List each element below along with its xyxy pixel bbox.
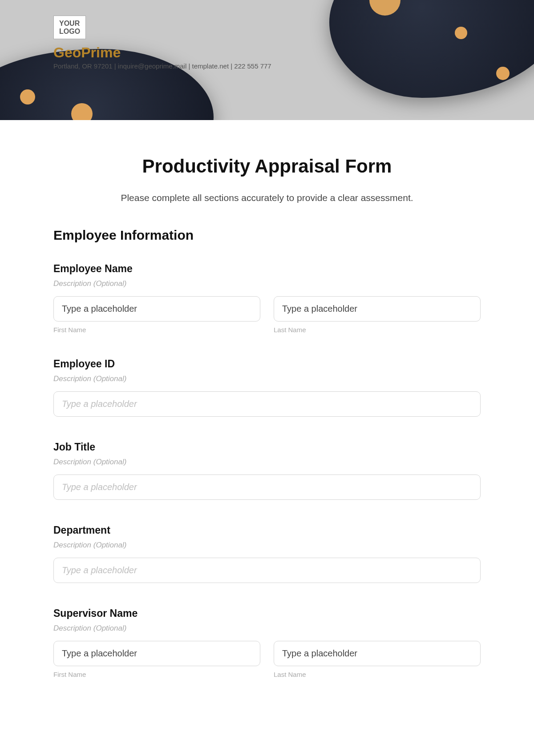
description-hint: Description (Optional) [53,374,481,383]
contact-line: Portland, OR 97201 | inquire@geoprime.ma… [53,62,271,70]
sublabel-last-name: Last Name [274,326,481,334]
sublabel-first-name: First Name [53,671,260,678]
description-hint: Description (Optional) [53,541,481,550]
supervisor-first-name-input[interactable] [53,641,260,666]
page-title: Productivity Appraisal Form [53,156,481,177]
sublabel-last-name: Last Name [274,671,481,678]
decorative-dot [20,89,35,105]
label-job-title: Job Title [53,441,481,453]
brand-name: GeoPrime [53,44,121,61]
description-hint: Description (Optional) [53,279,481,288]
decorative-blob [329,0,534,98]
label-supervisor-name: Supervisor Name [53,607,481,619]
field-department: Department Description (Optional) [53,524,481,583]
label-employee-id: Employee ID [53,358,481,370]
field-employee-id: Employee ID Description (Optional) [53,358,481,417]
supervisor-last-name-input[interactable] [274,641,481,666]
field-supervisor-name: Supervisor Name Description (Optional) F… [53,607,481,678]
page-subtitle: Please complete all sections accurately … [53,193,481,203]
field-employee-name: Employee Name Description (Optional) Fir… [53,263,481,334]
decorative-dot [455,27,467,39]
employee-id-input[interactable] [53,391,481,417]
label-employee-name: Employee Name [53,263,481,275]
header-banner: YOUR LOGO GeoPrime Portland, OR 97201 | … [0,0,534,120]
decorative-dot [496,67,510,80]
first-name-input[interactable] [53,296,260,322]
field-job-title: Job Title Description (Optional) [53,441,481,500]
form-body: Productivity Appraisal Form Please compl… [0,120,534,714]
last-name-input[interactable] [274,296,481,322]
sublabel-first-name: First Name [53,326,260,334]
logo-placeholder: YOUR LOGO [53,16,86,39]
label-department: Department [53,524,481,536]
section-employee-info: Employee Information [53,228,481,243]
description-hint: Description (Optional) [53,458,481,466]
description-hint: Description (Optional) [53,624,481,633]
job-title-input[interactable] [53,475,481,500]
department-input[interactable] [53,558,481,583]
